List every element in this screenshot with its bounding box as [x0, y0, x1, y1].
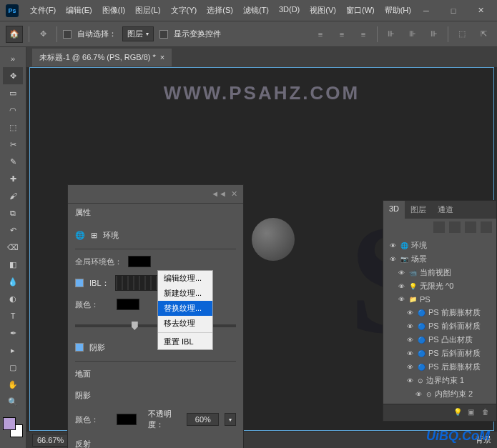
visibility-eye-icon[interactable]: 👁	[396, 268, 406, 278]
show-transform-checkbox[interactable]	[159, 30, 168, 39]
ctx-new-texture[interactable]: 新建纹理...	[158, 286, 212, 301]
tab-3d[interactable]: 3D	[383, 201, 405, 219]
tree-item[interactable]: 👁🔵PS 前斜面材质	[383, 319, 496, 333]
quick-select-tool[interactable]: ⬚	[3, 119, 23, 136]
document-tab[interactable]: 未标题-1 @ 66.7% (PS, RGB/8) * ×	[32, 49, 172, 66]
menu-file[interactable]: 文件(F)	[26, 3, 60, 18]
new-light-icon[interactable]: 💡	[453, 408, 463, 418]
visibility-eye-icon[interactable]: 👁	[388, 241, 398, 251]
menu-view[interactable]: 视图(V)	[305, 3, 340, 18]
menu-filter[interactable]: 滤镜(T)	[239, 3, 273, 18]
visibility-eye-icon[interactable]: 👁	[405, 362, 415, 372]
type-tool[interactable]: T	[3, 307, 23, 324]
tree-item[interactable]: 👁💡无限光 ^0	[383, 279, 496, 293]
tab-channels[interactable]: 通道	[432, 201, 459, 219]
tree-item[interactable]: 👁📷场景	[383, 252, 496, 266]
ctx-remove-texture[interactable]: 移去纹理	[158, 316, 212, 331]
render-icon[interactable]: ▣	[468, 408, 478, 418]
home-icon[interactable]: 🏠	[6, 26, 23, 43]
filter-material-icon[interactable]	[465, 221, 476, 233]
visibility-eye-icon[interactable]: 👁	[396, 282, 406, 292]
tab-close-icon[interactable]: ×	[160, 53, 164, 61]
env-color-swatch[interactable]	[117, 299, 139, 310]
tree-item[interactable]: 👁⊙边界约束 1	[383, 374, 496, 387]
clone-tool[interactable]: ⧉	[3, 204, 23, 221]
3d-mode-icon[interactable]: ⬚	[454, 26, 470, 42]
lasso-tool[interactable]: ◠	[3, 101, 23, 119]
align-icon[interactable]: ≡	[334, 26, 350, 42]
zoom-level[interactable]: 66.67%	[32, 434, 69, 447]
tree-item[interactable]: 👁📹当前视图	[383, 266, 496, 279]
pen-tool[interactable]: ✒	[3, 324, 23, 342]
brush-tool[interactable]: 🖌	[3, 187, 23, 204]
share-icon[interactable]: ⇱	[476, 26, 491, 42]
crop-tool[interactable]: ✂	[3, 136, 23, 153]
visibility-eye-icon[interactable]: 👁	[405, 349, 415, 359]
eraser-tool[interactable]: ⌫	[3, 239, 23, 256]
ctx-edit-texture[interactable]: 编辑纹理...	[158, 271, 212, 286]
menu-select[interactable]: 选择(S)	[202, 3, 237, 18]
trash-icon[interactable]: 🗑	[482, 408, 492, 418]
opacity-dropdown[interactable]: ▾	[225, 413, 236, 426]
menu-help[interactable]: 帮助(H)	[380, 3, 415, 18]
close-icon[interactable]: ✕	[470, 4, 491, 18]
distribute-icon[interactable]: ⊪	[383, 26, 399, 42]
maximize-icon[interactable]: □	[443, 4, 464, 18]
gradient-tool[interactable]: ◧	[3, 256, 23, 273]
rectangle-tool[interactable]: ▢	[3, 359, 23, 376]
tree-item[interactable]: 👁🔵PS 后斜面材质	[383, 347, 496, 360]
ctx-replace-texture[interactable]: 替换纹理...	[158, 301, 212, 316]
tree-item[interactable]: 👁📁PS	[383, 293, 496, 306]
fg-swatch[interactable]	[3, 417, 16, 430]
menu-3d[interactable]: 3D(D)	[275, 3, 304, 18]
ibl-texture-swatch[interactable]	[115, 275, 161, 291]
shadow-color-swatch[interactable]	[117, 414, 137, 425]
menu-edit[interactable]: 编辑(E)	[61, 3, 97, 18]
path-select-tool[interactable]: ▸	[3, 342, 23, 359]
menu-layer[interactable]: 图层(L)	[131, 3, 164, 18]
visibility-eye-icon[interactable]: 👁	[405, 308, 415, 318]
visibility-eye-icon[interactable]: 👁	[396, 294, 406, 304]
color-swatches[interactable]	[3, 417, 23, 437]
dodge-tool[interactable]: ◐	[3, 290, 23, 307]
filter-mesh-icon[interactable]	[449, 221, 461, 233]
tab-properties[interactable]: 属性	[68, 204, 98, 221]
tree-item[interactable]: 👁🔵PS 凸出材质	[383, 333, 496, 347]
marquee-tool[interactable]: ▭	[3, 84, 23, 101]
minimize-icon[interactable]: ─	[415, 4, 437, 18]
opacity-input[interactable]	[187, 413, 219, 426]
autoselect-dropdown[interactable]: 图层▾	[122, 26, 154, 41]
eyedropper-tool[interactable]: ✎	[3, 153, 23, 170]
panel-header[interactable]: ◄◄ ✕	[68, 185, 243, 204]
menu-window[interactable]: 窗口(W)	[342, 3, 379, 18]
move-tool[interactable]: ✥	[3, 67, 23, 84]
ctx-reset-ibl[interactable]: 重置 IBL	[158, 334, 212, 349]
close-icon[interactable]: ✕	[231, 189, 237, 199]
hand-tool[interactable]: ✋	[3, 376, 23, 393]
history-brush-tool[interactable]: ↶	[3, 221, 23, 239]
filter-scene-icon[interactable]	[433, 221, 445, 233]
tab-layers[interactable]: 图层	[405, 201, 432, 219]
ibl-checkbox[interactable]	[75, 279, 84, 287]
autoselect-checkbox[interactable]	[63, 30, 72, 39]
zoom-tool[interactable]: 🔍	[3, 393, 23, 410]
visibility-eye-icon[interactable]: 👁	[413, 389, 423, 399]
tree-item[interactable]: 👁⊙内部约束 2	[383, 387, 496, 401]
3d-light-gizmo[interactable]	[252, 218, 295, 261]
healing-tool[interactable]: ✚	[3, 170, 23, 187]
move-tool-icon[interactable]: ✥	[35, 26, 51, 42]
visibility-eye-icon[interactable]: 👁	[405, 335, 415, 345]
visibility-eye-icon[interactable]: 👁	[405, 376, 415, 386]
visibility-eye-icon[interactable]: 👁	[388, 254, 398, 264]
expand-icon[interactable]: »	[3, 50, 23, 67]
menu-image[interactable]: 图像(I)	[98, 3, 129, 18]
blur-tool[interactable]: 💧	[3, 273, 23, 290]
menu-type[interactable]: 文字(Y)	[167, 3, 202, 18]
tree-item[interactable]: 👁🔵PS 前膨胀材质	[383, 306, 496, 319]
align-icon[interactable]: ≡	[313, 26, 328, 42]
collapse-icon[interactable]: ◄◄	[211, 189, 227, 199]
visibility-eye-icon[interactable]: 👁	[405, 322, 415, 332]
global-env-color-swatch[interactable]	[128, 256, 151, 267]
distribute-icon[interactable]: ⊪	[426, 26, 442, 42]
align-icon[interactable]: ≡	[355, 26, 371, 42]
